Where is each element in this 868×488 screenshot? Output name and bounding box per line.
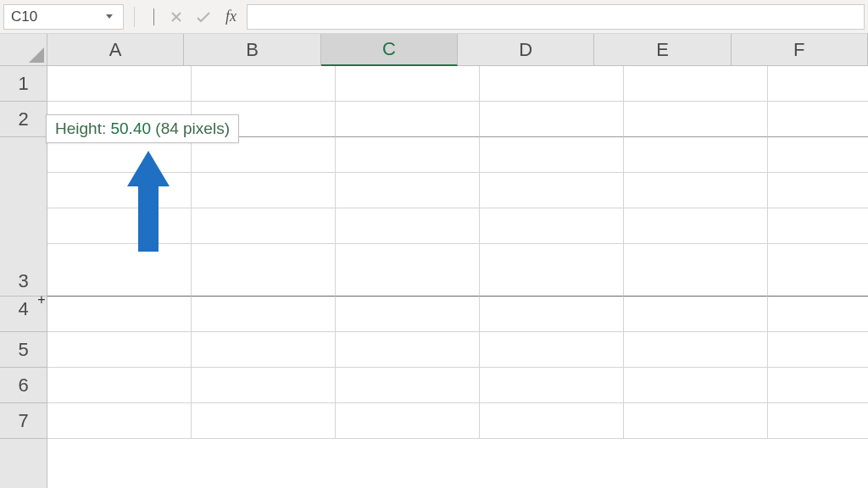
cell[interactable] <box>480 102 624 137</box>
cell[interactable] <box>624 173 768 208</box>
row-header-6[interactable]: 6 <box>0 368 47 403</box>
cell[interactable] <box>336 102 480 137</box>
cell[interactable] <box>768 208 868 244</box>
cell[interactable] <box>624 66 768 102</box>
cell[interactable] <box>624 137 768 173</box>
cell[interactable] <box>336 173 480 208</box>
row-header-1[interactable]: 1 <box>0 66 47 102</box>
cell[interactable] <box>624 244 768 297</box>
cell[interactable] <box>336 137 480 173</box>
cell[interactable] <box>768 137 868 173</box>
cell[interactable] <box>47 208 192 244</box>
cell[interactable] <box>624 332 768 368</box>
name-box-dropdown-icon[interactable] <box>103 5 116 29</box>
cell[interactable] <box>47 332 192 368</box>
cell[interactable] <box>336 332 480 368</box>
col-header-d[interactable]: D <box>458 34 594 65</box>
col-header-b[interactable]: B <box>184 34 320 65</box>
cell[interactable] <box>768 297 868 332</box>
cell[interactable] <box>768 368 868 403</box>
column-headers: A B C D E F <box>47 34 868 66</box>
cell[interactable] <box>768 102 868 137</box>
col-header-e[interactable]: E <box>594 34 731 65</box>
cell[interactable] <box>480 244 624 297</box>
cell[interactable] <box>480 297 624 332</box>
annotation-arrow-up-icon <box>127 151 170 252</box>
row-resize-cursor-icon[interactable]: + <box>34 292 49 308</box>
cell[interactable] <box>336 368 480 403</box>
cell[interactable] <box>192 66 336 102</box>
cell[interactable] <box>47 173 192 208</box>
formula-bar: C10 fx <box>0 0 868 34</box>
cell[interactable] <box>192 208 336 244</box>
cell[interactable] <box>336 66 480 102</box>
cell[interactable] <box>47 368 192 403</box>
cell[interactable] <box>47 66 192 102</box>
cell[interactable] <box>624 102 768 137</box>
cell[interactable] <box>336 208 480 244</box>
row-height-tooltip: Height: 50.40 (84 pixels) <box>46 114 239 143</box>
tooltip-suffix: (84 pixels) <box>151 119 230 137</box>
fx-label[interactable]: fx <box>225 8 236 25</box>
cell[interactable] <box>336 244 480 297</box>
cell[interactable] <box>47 297 192 332</box>
cell[interactable] <box>480 66 624 102</box>
spreadsheet-grid: A B C D E F 1 2 3 4 5 6 7 <box>0 34 868 488</box>
row-header-2[interactable]: 2 <box>0 102 47 137</box>
tooltip-label: Height: <box>55 119 110 137</box>
separator-dotted <box>153 8 154 25</box>
cell[interactable] <box>192 368 336 403</box>
tooltip-value: 50.40 <box>110 119 151 137</box>
cell[interactable] <box>624 368 768 403</box>
cell[interactable] <box>480 403 624 439</box>
cell[interactable] <box>768 173 868 208</box>
cell[interactable] <box>47 244 192 297</box>
cell[interactable] <box>768 244 868 297</box>
name-box-value: C10 <box>11 8 103 25</box>
cell[interactable] <box>192 244 336 297</box>
formula-input[interactable] <box>247 4 865 30</box>
cell[interactable] <box>624 297 768 332</box>
cell[interactable] <box>192 297 336 332</box>
cell[interactable] <box>480 137 624 173</box>
cell[interactable] <box>47 403 192 439</box>
cell[interactable] <box>192 332 336 368</box>
cell[interactable] <box>768 403 868 439</box>
enter-icon[interactable] <box>190 4 217 30</box>
cancel-icon[interactable] <box>163 4 190 30</box>
name-box[interactable]: C10 <box>3 4 124 30</box>
col-header-a[interactable]: A <box>47 34 184 65</box>
separator <box>134 7 135 27</box>
row-header-7[interactable]: 7 <box>0 403 47 439</box>
cell[interactable] <box>768 66 868 102</box>
cell[interactable] <box>336 403 480 439</box>
select-all-corner[interactable] <box>0 34 47 66</box>
cell[interactable] <box>480 332 624 368</box>
cell[interactable] <box>192 173 336 208</box>
cell[interactable] <box>624 208 768 244</box>
cell[interactable] <box>480 368 624 403</box>
cell[interactable] <box>480 208 624 244</box>
col-header-f[interactable]: F <box>732 34 868 65</box>
cell[interactable] <box>480 173 624 208</box>
cell[interactable] <box>768 332 868 368</box>
cell[interactable] <box>336 297 480 332</box>
row-header-5[interactable]: 5 <box>0 332 47 368</box>
cell[interactable] <box>624 403 768 439</box>
cell[interactable] <box>192 403 336 439</box>
row-header-3[interactable]: 3 <box>0 137 47 297</box>
col-header-c[interactable]: C <box>321 34 458 66</box>
row-headers: 1 2 3 4 5 6 7 <box>0 66 47 488</box>
